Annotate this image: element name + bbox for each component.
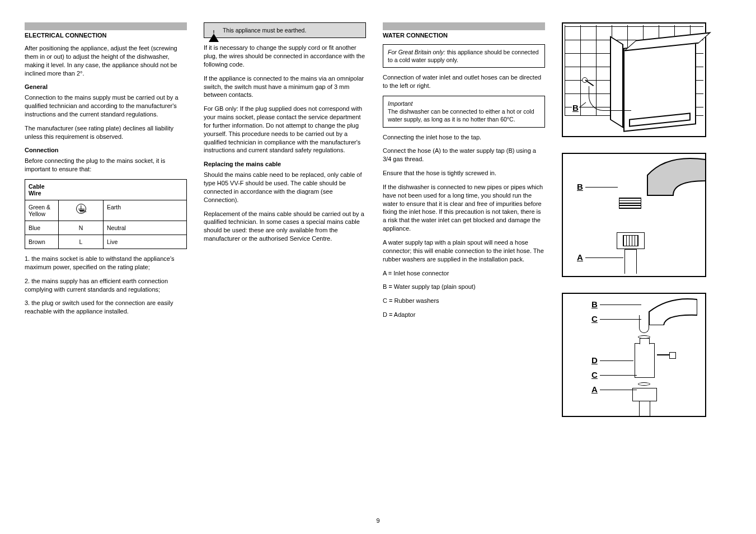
flush-text: If the dishwasher is connected to new pi…	[383, 183, 545, 233]
warning-text: This appliance must be earthed.	[223, 26, 360, 34]
tap-body-icon	[599, 156, 706, 201]
table-row: Brown L Live	[25, 235, 187, 249]
hot-limit-box: Important The dishwasher can be connecte…	[383, 96, 545, 128]
cord-change-text: If it is necessary to change the supply …	[204, 44, 366, 69]
column-water: WATER CONNECTION For Great Britain only:…	[383, 22, 545, 417]
section-bar	[383, 22, 545, 30]
wire-name: Neutral	[104, 221, 187, 235]
adaptor-screw	[657, 354, 672, 355]
page-number: 9	[376, 517, 379, 524]
wire-name: Live	[104, 235, 187, 249]
wire-letter: N	[59, 221, 104, 235]
hose-a	[639, 401, 650, 416]
connection-li1: 1. the mains socket is able to withstand…	[25, 255, 187, 271]
inlet-connect-intro: Connecting the inlet hose to the tap.	[383, 133, 545, 142]
replace-cable-p2: Replacement of the mains cable should be…	[204, 210, 366, 243]
replace-cable-p1: Should the mains cable need to be replac…	[204, 171, 366, 204]
legend-c: C = Rubber washers	[383, 297, 545, 305]
earth-symbol-cell	[59, 200, 104, 221]
hose-a	[624, 249, 637, 274]
page-columns: ELECTRICAL CONNECTION After positioning …	[25, 22, 731, 417]
hose-nut	[617, 232, 645, 249]
tighten-text: Ensure that the hose is tightly screwed …	[383, 169, 545, 177]
connection-intro: Before connecting the plug to the mains …	[25, 157, 187, 174]
replace-cable-subhead: Replacing the mains cable	[204, 160, 366, 168]
column-electrical-2: ! This appliance must be earthed. If it …	[204, 22, 366, 417]
positioning-text: After positioning the appliance, adjust …	[25, 44, 187, 77]
wire-name: Earth	[104, 200, 187, 221]
column-electrical: ELECTRICAL CONNECTION After positioning …	[25, 22, 187, 417]
legend-a: A = Inlet hose connector	[383, 269, 545, 278]
fig3-label-b: B	[591, 299, 598, 309]
gb-only-text: For GB only: If the plug supplied does n…	[204, 105, 366, 154]
connection-li3: 3. the plug or switch used for the conne…	[25, 299, 187, 316]
hose-direction-text: Connection of water inlet and outlet hos…	[383, 73, 545, 90]
gb-cold-title: For Great Britain only:	[388, 49, 445, 55]
general-p2: The manufacturer (see rating plate) decl…	[25, 124, 187, 141]
section-bar	[25, 22, 187, 30]
wire-colour: Brown	[25, 235, 59, 249]
table-header: Cable Wire	[25, 179, 187, 200]
washer-c-bottom	[638, 382, 650, 386]
tap-thread	[619, 198, 641, 209]
earth-icon	[76, 204, 86, 214]
wire-colour: Blue	[25, 221, 59, 235]
hot-limit-body: The dishwasher can be connected to eithe…	[388, 108, 534, 123]
general-p1: Connection to the mains supply must be c…	[25, 93, 187, 119]
inlet-connect-ab: Connect the hose (A) to the water supply…	[383, 147, 545, 163]
wire-colour: Green & Yellow	[25, 200, 59, 221]
wire-letter: L	[59, 235, 104, 249]
fig3-label-a: A	[591, 385, 598, 394]
connection-subhead: Connection	[25, 146, 187, 154]
warning-icon: !	[209, 26, 219, 34]
fig2-label-a: A	[576, 252, 584, 262]
fig3-label-c1: C	[591, 314, 598, 324]
fig3-label-c2: C	[591, 370, 598, 380]
omnipolar-text: If the appliance is connected to the mai…	[204, 74, 366, 100]
fig1-label-b: B	[572, 103, 579, 113]
important-title: Important	[388, 100, 412, 107]
connection-li2: 2. the mains supply has an efficient ear…	[25, 277, 187, 294]
figure-tap-plain-spout: B C D C A	[562, 293, 706, 417]
table-row: Blue N Neutral	[25, 221, 187, 235]
legend-b: B = Water supply tap (plain spout)	[383, 283, 545, 291]
plain-spout-text: A water supply tap with a plain spout wi…	[383, 238, 545, 264]
water-title: WATER CONNECTION	[383, 32, 545, 39]
general-subhead: General	[25, 83, 187, 91]
table-row: Green & Yellow Earth	[25, 200, 187, 221]
fig2-label-b: B	[576, 182, 584, 191]
electrical-title: ELECTRICAL CONNECTION	[25, 32, 187, 39]
gb-cold-box: For Great Britain only: this appliance s…	[383, 44, 545, 68]
warning-box: ! This appliance must be earthed.	[204, 22, 366, 38]
legend-d: D = Adaptor	[383, 311, 545, 319]
column-figures: B B A	[562, 22, 707, 417]
figure-dishwasher-install: B	[562, 22, 706, 137]
wire-colour-table: Cable Wire Green & Yellow Earth Blue N N…	[25, 179, 187, 249]
figure-tap-threaded: B A	[562, 153, 706, 277]
adaptor-d	[635, 343, 655, 378]
fig3-label-d: D	[591, 355, 598, 365]
